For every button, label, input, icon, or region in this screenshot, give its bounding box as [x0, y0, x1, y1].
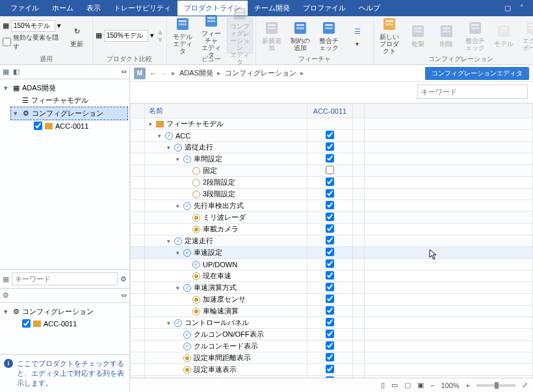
check-feature-icon: ✓ — [183, 202, 191, 210]
feature-checkbox[interactable] — [326, 166, 334, 174]
breadcrumb-item[interactable]: コンフィグレーション — [225, 68, 296, 78]
new-product-button[interactable]: 新しいプロダクト — [376, 18, 402, 53]
tree-item[interactable]: ACC-0011 — [20, 120, 128, 131]
feature-checkbox[interactable] — [326, 365, 334, 373]
arrow-up-icon[interactable]: ▲ — [157, 28, 164, 36]
feature-checkbox[interactable] — [326, 259, 334, 268]
expand-icon[interactable]: ▾ — [166, 238, 172, 244]
expand-icon[interactable]: ▾ — [175, 285, 181, 291]
feature-checkbox[interactable] — [326, 154, 334, 163]
feature-checkbox[interactable] — [326, 201, 334, 209]
collapse2-icon[interactable]: ⇔ — [121, 291, 127, 300]
left-filter-input[interactable] — [12, 272, 118, 285]
feature-checkbox[interactable] — [326, 131, 334, 139]
window-icon[interactable]: ▢ — [500, 4, 515, 12]
menu-tab-7[interactable]: ヘルプ — [352, 1, 387, 16]
expand-icon[interactable]: ▾ — [175, 250, 181, 256]
feature-label: 車載カメラ — [203, 224, 239, 234]
svg-rect-22 — [414, 27, 422, 29]
expand-icon[interactable]: ▾ — [148, 121, 153, 127]
menu-tab-1[interactable]: ホーム — [46, 1, 80, 16]
expand-icon[interactable]: ▾ — [166, 144, 172, 151]
menu-tab-5[interactable]: チーム開発 — [248, 1, 296, 16]
menu-tab-0[interactable]: ファイル — [4, 1, 46, 16]
feature-checkbox[interactable] — [326, 294, 334, 303]
back-arrow-icon[interactable]: ← — [150, 70, 157, 77]
expand-icon[interactable]: ▾ — [157, 133, 162, 139]
layout4-icon[interactable]: ▣ — [417, 381, 424, 389]
feature-checkbox[interactable] — [326, 306, 334, 315]
feature-checkbox[interactable] — [326, 189, 334, 198]
dropdown-icon[interactable]: ▾ — [57, 21, 61, 30]
model-editor-button[interactable]: モデルエディタ — [170, 18, 196, 53]
svg-rect-25 — [443, 27, 450, 29]
alternative-feature-icon — [192, 307, 200, 315]
zoom-slider[interactable] — [476, 384, 515, 387]
menu-tab-6[interactable]: プロファイル — [296, 1, 352, 16]
product-checkbox[interactable] — [22, 319, 31, 328]
hide-invalid-checkbox[interactable] — [3, 38, 11, 46]
collapse-icon[interactable]: ⇔ — [121, 68, 127, 76]
fit-icon[interactable]: ⤢ — [522, 381, 528, 389]
feature-checkbox[interactable] — [326, 224, 334, 233]
list-icon: ☰ — [22, 96, 29, 105]
feature-checkbox[interactable] — [326, 142, 334, 151]
gear-icon: ⚙ — [13, 307, 20, 316]
export-button: エクスポート — [519, 18, 533, 53]
tree-root[interactable]: ▾▦ADAS開発 — [1, 82, 128, 94]
expand-icon[interactable]: ▾ — [175, 156, 181, 163]
feature-checkbox[interactable] — [326, 248, 334, 256]
tree-item[interactable]: ☰フィーチャモデル — [10, 94, 128, 107]
feature-checkbox[interactable] — [326, 341, 334, 350]
feature-checkbox[interactable] — [326, 376, 334, 378]
arrow-down-icon[interactable]: ▼ — [157, 36, 164, 44]
feature-label: 車速設定 — [194, 248, 222, 257]
check-feature-icon: ✓ — [183, 155, 191, 163]
menu-tab-3[interactable]: トレーサビリティ — [107, 1, 177, 16]
feature-editor-button[interactable]: フィーチャエディタ — [198, 18, 224, 53]
section2-root[interactable]: ▾⚙コンフィグレーション — [1, 306, 128, 318]
feature-checkbox[interactable] — [326, 271, 334, 280]
breadcrumb-item[interactable]: ADAS開発 — [179, 68, 213, 78]
menu-tab-2[interactable]: 表示 — [80, 1, 107, 16]
alternative-feature-icon — [183, 366, 191, 374]
filter-settings-icon[interactable]: ⚙ — [120, 275, 127, 283]
consistency-check-button[interactable]: 整合チェック — [316, 18, 342, 53]
compare-model-combo[interactable] — [104, 30, 148, 42]
grid-search-input[interactable] — [417, 85, 528, 99]
expand-icon[interactable]: ▾ — [175, 203, 181, 209]
zoom-out-icon[interactable]: − — [430, 382, 434, 389]
feature-checkbox[interactable] — [326, 236, 334, 244]
feature-checkbox[interactable] — [326, 177, 334, 186]
add-constraint-button[interactable]: 制約の追加 — [287, 18, 313, 53]
check-feature-icon: ✓ — [183, 343, 191, 350]
refresh-button[interactable]: ↻更新 — [64, 18, 90, 53]
tree-label: コンフィグレーション — [22, 307, 94, 317]
dropdown-icon[interactable]: ▾ — [150, 31, 154, 40]
chevron-up-icon[interactable]: ˄ — [515, 4, 529, 12]
factory-icon[interactable]: ▦ — [3, 68, 9, 76]
feature-checkbox[interactable] — [326, 283, 334, 291]
zoom-in-icon[interactable]: + — [466, 382, 470, 389]
zoom-model-combo[interactable] — [11, 20, 55, 32]
feature-menu-button[interactable]: ☰▾ — [344, 18, 370, 53]
feature-label: コントロールパネル — [185, 318, 249, 328]
forward-arrow-icon[interactable]: → — [161, 70, 168, 77]
layout3-icon[interactable]: ▢ — [404, 381, 411, 389]
feature-checkbox[interactable] — [326, 330, 334, 338]
tree-tab-icon[interactable]: ◧ — [13, 68, 20, 76]
col-name[interactable]: 名前 — [145, 104, 307, 118]
layout1-icon[interactable]: ▯ — [381, 381, 385, 389]
feature-checkbox[interactable] — [326, 213, 334, 221]
col-product[interactable]: ACC-0011 — [307, 104, 353, 118]
tree-item[interactable]: ▾⚙コンフィグレーション — [10, 107, 128, 120]
check-feature-icon: ✓ — [183, 284, 191, 292]
tree-item[interactable]: ACC-0011 — [10, 318, 128, 329]
feature-checkbox[interactable] — [326, 353, 334, 361]
consistency-check2-button: 整合チェック — [462, 18, 488, 53]
gear-icon[interactable]: ⚙ — [3, 291, 9, 300]
product-checkbox[interactable] — [34, 122, 42, 130]
feature-checkbox[interactable] — [326, 318, 334, 326]
layout2-icon[interactable]: ▭ — [391, 381, 398, 389]
expand-icon[interactable]: ▾ — [166, 320, 172, 326]
